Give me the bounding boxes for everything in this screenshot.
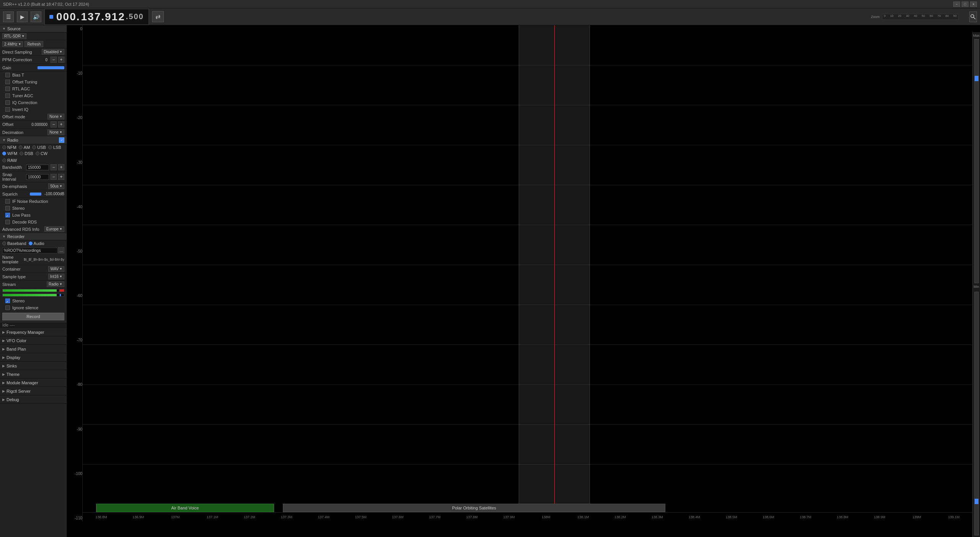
bandwidth-dropdown[interactable]: 2.4MHz ▼ <box>2 41 23 47</box>
minimize-button[interactable]: − <box>953 2 960 7</box>
rigctl-server-section[interactable]: ▶ Rigctl Server <box>0 387 67 395</box>
frequency-display[interactable]: 000.137.912.500 <box>44 9 149 25</box>
display-section[interactable]: ▶ Display <box>0 353 67 362</box>
debug-section[interactable]: ▶ Debug <box>0 395 67 404</box>
am-radio[interactable] <box>19 145 23 149</box>
bandwidth-plus-btn[interactable]: + <box>58 164 64 170</box>
nfm-radio[interactable] <box>2 145 6 149</box>
squelch-label: Squelch <box>2 192 28 196</box>
dsb-radio[interactable] <box>20 152 23 155</box>
mode-lsb[interactable]: LSB <box>48 145 61 150</box>
spectrum-canvas[interactable]: Air Band Voice Polar Orbiting Satellites… <box>82 25 972 522</box>
mode-raw[interactable]: RAW <box>2 158 17 163</box>
module-manager-section[interactable]: ▶ Module Manager <box>0 379 67 387</box>
ppm-plus-btn[interactable]: + <box>58 57 64 63</box>
bandwidth-input[interactable]: 150000 <box>26 165 49 170</box>
decimation-dropdown[interactable]: None ▼ <box>47 129 64 135</box>
freq-swap-button[interactable]: ⇄ <box>152 11 164 22</box>
usb-radio[interactable] <box>32 145 36 149</box>
mode-am[interactable]: AM <box>19 145 30 150</box>
snap-plus-btn[interactable]: + <box>58 174 64 180</box>
level-meter-1 <box>2 289 64 292</box>
audio-dot[interactable] <box>29 242 33 245</box>
gain-slider[interactable] <box>38 66 64 69</box>
offset-minus-btn[interactable]: − <box>51 121 57 127</box>
audio-radio[interactable]: Audio <box>29 241 44 246</box>
mode-nfm[interactable]: NFM <box>2 145 16 150</box>
cw-radio[interactable] <box>36 152 39 155</box>
rtl-agc-row[interactable]: RTL AGC <box>0 85 67 92</box>
play-button[interactable]: ▶ <box>17 11 28 22</box>
volume-button[interactable]: 🔊 <box>31 11 41 22</box>
direct-sampling-label: Direct Sampling <box>2 50 40 54</box>
stereo-rec-row[interactable]: ✓ Stereo <box>0 297 67 304</box>
tuner-agc-checkbox[interactable] <box>5 93 10 98</box>
source-dropdown[interactable]: RTL-SDR ▼ <box>2 33 26 39</box>
mode-usb[interactable]: USB <box>32 145 46 150</box>
zoom-slider[interactable]: 0 10 20 30 40 50 60 70 80 90 <box>882 14 959 20</box>
snap-minus-btn[interactable]: − <box>51 174 57 180</box>
if-noise-reduction-row[interactable]: IF Noise Reduction <box>0 198 67 205</box>
squelch-slider[interactable] <box>30 193 41 196</box>
low-pass-checkbox[interactable]: ✓ <box>5 213 10 217</box>
offset-plus-btn[interactable]: + <box>58 121 64 127</box>
band-plan-section[interactable]: ▶ Band Plan <box>0 345 67 353</box>
mode-cw[interactable]: CW <box>36 151 47 156</box>
direct-sampling-dropdown[interactable]: Disabled ▼ <box>42 49 64 55</box>
tuner-agc-row[interactable]: Tuner AGC <box>0 92 67 99</box>
decode-rds-row[interactable]: Decode RDS <box>0 219 67 225</box>
refresh-button[interactable]: Refresh <box>24 41 43 47</box>
recordings-path-input[interactable] <box>2 248 57 253</box>
bias-t-row[interactable]: Bias T <box>0 72 67 78</box>
advanced-rds-dropdown[interactable]: Europe ▼ <box>44 226 64 232</box>
recorder-section-header[interactable]: ▼ Recorder <box>0 233 67 240</box>
sample-type-dropdown[interactable]: Int16 ▼ <box>48 274 64 279</box>
offset-mode-dropdown[interactable]: None ▼ <box>47 114 64 119</box>
record-button[interactable]: Record <box>2 313 64 320</box>
min-slider[interactable] <box>974 292 979 536</box>
mode-dsb[interactable]: DSB <box>20 151 33 156</box>
snap-interval-input[interactable] <box>26 174 49 180</box>
path-browse-btn[interactable]: … <box>58 247 64 253</box>
menu-button[interactable]: ☰ <box>3 11 14 22</box>
container-dropdown[interactable]: WAV ▼ <box>48 266 64 272</box>
iq-correction-checkbox[interactable] <box>5 100 10 105</box>
stereo-rec-checkbox[interactable]: ✓ <box>5 299 10 303</box>
spectrum-area[interactable]: 0 -10 -20 -30 -40 -50 -60 -70 -80 -90 -1… <box>67 25 980 537</box>
close-button[interactable]: × <box>970 2 977 7</box>
source-section-header[interactable]: ▼ Source <box>0 25 67 33</box>
raw-radio[interactable] <box>2 158 6 162</box>
zoom-icon[interactable] <box>969 11 977 22</box>
wfm-radio[interactable] <box>2 152 6 155</box>
baseband-dot[interactable] <box>2 242 6 245</box>
bandwidth-minus-btn[interactable]: − <box>51 164 57 170</box>
stereo-radio-checkbox[interactable] <box>5 206 10 211</box>
offset-tuning-row[interactable]: Offset Tuning <box>0 78 67 85</box>
iq-correction-row[interactable]: IQ Correction <box>0 99 67 106</box>
invert-iq-checkbox[interactable] <box>5 107 10 112</box>
stereo-radio-row[interactable]: Stereo <box>0 205 67 212</box>
theme-section[interactable]: ▶ Theme <box>0 370 67 379</box>
bias-t-checkbox[interactable] <box>5 73 10 77</box>
vfo-color-section[interactable]: ▶ VFO Color <box>0 336 67 345</box>
max-slider[interactable] <box>974 39 979 283</box>
if-noise-checkbox[interactable] <box>5 199 10 204</box>
low-pass-row[interactable]: ✓ Low Pass <box>0 212 67 219</box>
mode-wfm[interactable]: WFM <box>2 151 17 156</box>
invert-iq-row[interactable]: Invert IQ <box>0 106 67 113</box>
stream-dropdown[interactable]: Radio ▼ <box>47 281 64 287</box>
ignore-silence-row[interactable]: Ignore silence <box>0 304 67 311</box>
de-emphasis-dropdown[interactable]: 50us ▼ <box>48 183 64 189</box>
rtl-agc-checkbox[interactable] <box>5 87 10 91</box>
offset-tuning-checkbox[interactable] <box>5 80 10 84</box>
lsb-radio[interactable] <box>48 145 52 149</box>
decode-rds-checkbox[interactable] <box>5 220 10 224</box>
radio-section-header[interactable]: ▼ Radio ✓ <box>0 136 67 144</box>
ppm-minus-btn[interactable]: − <box>51 57 57 63</box>
maximize-button[interactable]: □ <box>962 2 969 7</box>
snap-interval-label: Snap Interval <box>2 172 24 181</box>
baseband-radio[interactable]: Baseband <box>2 241 26 246</box>
ignore-silence-checkbox[interactable] <box>5 305 10 310</box>
frequency-manager-section[interactable]: ▶ Frequency Manager <box>0 328 67 336</box>
sinks-section[interactable]: ▶ Sinks <box>0 362 67 370</box>
